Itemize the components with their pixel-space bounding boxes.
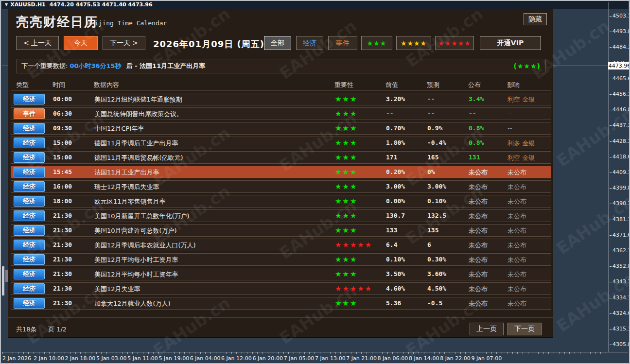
row-impact: 未公布 [508, 226, 526, 235]
row-content: 美国总统特朗普出席政策会议。 [94, 110, 183, 119]
row-previous-value: 1.80% [386, 139, 405, 146]
page-indicator: 页 1/2 [48, 325, 67, 334]
filter-3stars-button[interactable]: ★★★ [361, 36, 392, 50]
table-row[interactable]: 经济 21:30 美国12月失业率 ★★★★★ 4.60% 4.50% 未公布 … [11, 282, 551, 295]
filter-economy-button[interactable]: 经济 [296, 36, 323, 50]
header-type: 类型 [16, 81, 29, 89]
price-axis-label: 4315.10 [612, 326, 630, 332]
row-type-badge: 经济 [14, 123, 45, 134]
time-axis-label: 2 Jan 2026 [2, 355, 31, 362]
table-row[interactable]: 经济 09:30 中国12月CPI年率 ★★★ 0.70% 0.9% 0.8% … [11, 122, 551, 135]
row-content: 美国12月平均每小时工资月率 [94, 256, 178, 264]
table-header: 类型 时间 数据内容 重要性 前值 预测 公布 影响 [11, 79, 551, 91]
price-axis-label: 4352.85 [612, 263, 630, 269]
row-published-value: 0.8% [469, 139, 484, 146]
row-type-badge: 经济 [14, 283, 45, 294]
panel-footer: 共18条 页 1/2 上一页 下一页 [8, 317, 553, 338]
row-importance-stars: ★★★ [335, 124, 357, 133]
row-impact: 利多 金银 [508, 139, 535, 148]
row-forecast-value: 135 [427, 226, 438, 234]
row-type-badge: 经济 [14, 152, 45, 163]
table-row[interactable]: 经济 16:00 瑞士12月季调后失业率 ★★★ 3.00% 3.00% 未公布… [11, 180, 551, 193]
row-importance-stars: ★★★ [335, 226, 357, 235]
row-published-value: 3.4% [469, 95, 484, 103]
price-axis-label: 4305.85 [612, 341, 630, 347]
table-row[interactable]: 经济 21:30 美国12月平均每小时工资年率 ★★★ 3.50% 3.60% … [11, 268, 551, 280]
time-axis-label: 2 Jan 18:00 [65, 355, 96, 362]
table-row[interactable]: 经济 21:30 加拿大12月就业人数(万人) ★★★ 5.36 -0.5 未公… [11, 297, 551, 310]
row-previous-value: 0.20% [386, 168, 405, 175]
time-axis[interactable]: 2 Jan 20262 Jan 10:002 Jan 18:005 Jan 03… [1, 355, 630, 363]
header-time: 时间 [52, 81, 65, 89]
price-axis-label: 4428.10 [612, 138, 630, 144]
time-axis-label: 6 Jan 12:00 [221, 355, 252, 362]
row-type-badge: 经济 [14, 225, 45, 236]
filter-5stars-button[interactable]: ★★★★★ [435, 36, 474, 50]
row-previous-value: 0.70% [386, 124, 405, 132]
row-content: 法国11月工业产出月率 [94, 168, 159, 177]
table-row[interactable]: 经济 15:00 德国11月季调后工业产出月率 ★★★ 1.80% -0.4% … [11, 137, 551, 149]
header-published: 公布 [468, 81, 481, 89]
table-row[interactable]: 经济 00:00 美国12月纽约联储1年通胀预期 ★★★ 3.20% -- 3.… [11, 93, 551, 105]
table-row[interactable]: 经济 21:30 美国12月季调后非农就业人口(万人) ★★★★★ 6.4 6 … [11, 239, 551, 251]
prev-day-button[interactable]: < 上一天 [16, 36, 59, 50]
filter-event-button[interactable]: 事件 [328, 36, 357, 50]
current-price-box: 4473.96 [608, 62, 630, 69]
table-row[interactable]: 经济 21:30 美国10月营建许可总数(万户) ★★★ 133 135 未公布… [11, 224, 551, 237]
table-row[interactable]: 经济 18:00 欧元区11月零售销售月率 ★★★ 0.00% 0.10% 未公… [11, 195, 551, 208]
next-day-button[interactable]: 下一天 > [103, 36, 145, 50]
table-row[interactable]: 经济 15:00 德国11月季调后贸易帐(亿欧元) ★★★ 171 165 13… [11, 151, 551, 164]
filter-all-button[interactable]: 全部 [264, 36, 291, 50]
left-edge-scrollbar[interactable] [2, 266, 4, 295]
row-impact: 未公布 [508, 212, 526, 221]
chart-dropdown-icon[interactable]: ▼ [5, 1, 8, 8]
panel-subtitle: Beijing Time Calendar [87, 19, 167, 27]
time-axis-label: 7 Jan 13:00 [315, 355, 346, 362]
row-forecast-value: 3.00% [427, 183, 446, 190]
row-forecast-value: -- [427, 110, 435, 117]
chart-titlebar: ▼XAUUSD.H14474.20 4475.53 4471.40 4473.9… [2, 1, 628, 9]
time-axis-label: 9 Jan 07:00 [472, 355, 502, 362]
table-row[interactable]: 经济 21:30 美国12月平均每小时工资月率 ★★★ 0.10% 0.30% … [11, 253, 551, 266]
header-content: 数据内容 [94, 81, 119, 89]
row-time: 21:30 [53, 285, 72, 292]
row-forecast-value: 0.30% [427, 256, 446, 263]
banner-countdown: 00小时36分15秒 [70, 62, 121, 70]
price-axis-label: 4437.35 [612, 122, 630, 128]
price-axis-label: 4371.60 [612, 232, 630, 238]
row-time: 16:00 [53, 183, 72, 190]
table-row[interactable]: 经济 21:30 美国10月新屋开工总数年化(万户) ★★★ 130.7 132… [11, 209, 551, 222]
next-page-button[interactable]: 下一页 [508, 323, 542, 335]
table-row[interactable]: 事件 06:30 美国总统特朗普出席政策会议。 ★★★ -- -- -- -- [11, 107, 551, 120]
row-content: 美国12月纽约联储1年通胀预期 [94, 95, 182, 104]
panel-title: 亮亮财经日历 [16, 14, 98, 31]
prev-page-button[interactable]: 上一页 [470, 323, 504, 335]
time-axis-label: 6 Jan 04:00 [190, 355, 221, 362]
row-published-value: 0.8% [469, 124, 484, 132]
price-axis-label: 4399.85 [612, 185, 630, 191]
row-forecast-value: 0.9% [427, 124, 442, 132]
row-published-value: 未公布 [469, 183, 488, 191]
row-type-badge: 经济 [14, 181, 45, 192]
row-impact: 未公布 [508, 285, 526, 294]
chart-ohlc: 4474.20 4475.53 4471.40 4473.96 [50, 1, 153, 8]
row-type-badge: 经济 [14, 138, 45, 148]
row-forecast-value: 6 [427, 241, 431, 248]
hide-button[interactable]: 隐藏 [524, 13, 547, 25]
table-row[interactable]: 经济 15:45 法国11月工业产出月率 ★★★ 0.20% 0% 未公布 未公… [11, 166, 551, 178]
filter-4stars-button[interactable]: ★★★★ [396, 36, 431, 50]
next-data-banner: 下一个重要数据: 00小时36分15秒 后 - 法国11月工业产出月率 (★★★… [16, 59, 546, 73]
row-previous-value: 0.00% [386, 197, 405, 205]
today-button[interactable]: 今天 [64, 36, 98, 50]
row-time: 18:00 [53, 197, 72, 205]
row-content: 德国11月季调后工业产出月率 [94, 139, 178, 148]
open-vip-button[interactable]: 开通VIP [480, 36, 541, 50]
price-axis[interactable]: 4503.104493.854484.354475.104465.604456.… [609, 1, 630, 352]
mt4-window: ▼XAUUSD.H14474.20 4475.53 4471.40 4473.9… [0, 0, 630, 364]
row-type-badge: 经济 [14, 269, 45, 279]
row-importance-stars: ★★★ [335, 299, 357, 308]
price-axis-label: 4503.10 [612, 13, 630, 19]
row-impact: -- [508, 124, 512, 132]
row-content: 瑞士12月季调后失业率 [94, 183, 159, 191]
row-impact: -- [508, 110, 512, 117]
